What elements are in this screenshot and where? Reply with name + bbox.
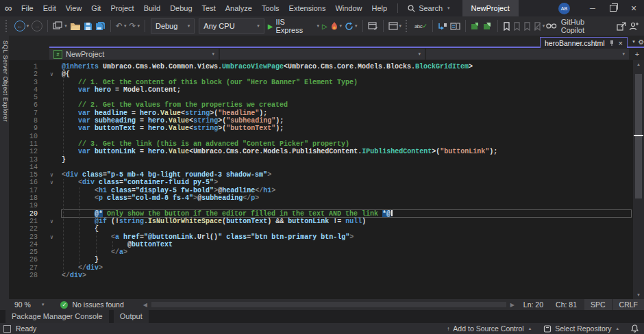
fold-chevron-icon[interactable]: ∨	[42, 179, 62, 186]
fold-chevron-icon[interactable]: ∨	[42, 70, 62, 78]
code-line[interactable]: 16∨ <div class="container-fluid py-5">	[9, 179, 633, 186]
previous-bookmark-button[interactable]	[512, 18, 522, 34]
menu-analyze[interactable]: Analyze	[221, 0, 257, 16]
code-line[interactable]: 8 var subheading = hero.Value<string>("s…	[9, 117, 633, 125]
line-number[interactable]: 13	[9, 156, 42, 164]
line-number[interactable]: 25	[9, 248, 42, 256]
menu-file[interactable]: File	[16, 0, 38, 16]
save-all-button[interactable]	[94, 18, 107, 34]
code-line[interactable]: 14	[9, 164, 633, 171]
redo-button[interactable]: ↷ ▾	[127, 18, 141, 34]
save-button[interactable]	[82, 18, 94, 34]
code-line[interactable]: 18 <p class="col-md-8 fs-4">@subheading<…	[9, 194, 633, 202]
gear-icon[interactable]: ⚙	[637, 37, 644, 47]
share-button[interactable]	[615, 18, 628, 34]
menu-help[interactable]: Help	[367, 0, 393, 16]
line-number[interactable]: 19	[9, 202, 42, 209]
fold-chevron-icon[interactable]: ∨	[42, 233, 62, 241]
code-line[interactable]: 25 </a>	[9, 248, 633, 256]
code-line[interactable]: 2∨@{	[9, 70, 633, 78]
line-number[interactable]: 16	[9, 179, 42, 186]
menu-extensions[interactable]: Extensions	[284, 0, 331, 16]
close-tab-icon[interactable]: ×	[619, 39, 623, 47]
clear-bookmarks-button[interactable]: ▾	[532, 18, 547, 34]
code-line[interactable]: 17 <h1 class="display-5 fw-bold">@headli…	[9, 187, 633, 194]
next-bookmark-button[interactable]	[522, 18, 532, 34]
menu-tools[interactable]: Tools	[257, 0, 284, 16]
hot-reload-button[interactable]: ▾	[329, 18, 344, 34]
browser-link-button[interactable]	[367, 18, 380, 34]
step-over-button[interactable]	[482, 18, 494, 34]
line-number[interactable]: 5	[9, 94, 42, 101]
start-debugging-button[interactable]: ▶ IIS Express ▾	[267, 18, 321, 34]
code-line[interactable]: 1@inherits Umbraco.Cms.Web.Common.Views.…	[9, 63, 633, 70]
code-line[interactable]: 9 var buttonText = hero.Value<string>("b…	[9, 125, 633, 132]
line-number[interactable]: 7	[9, 110, 42, 117]
minimize-button[interactable]: ─	[582, 0, 603, 16]
line-number[interactable]: 3	[9, 79, 42, 86]
line-number[interactable]: 2	[9, 70, 42, 78]
line-number[interactable]: 14	[9, 164, 42, 171]
select-repository-button[interactable]: Select Repository ▴	[543, 324, 619, 333]
line-number[interactable]: 27	[9, 264, 42, 272]
line-number[interactable]: 18	[9, 194, 42, 202]
feedback-button[interactable]	[628, 18, 640, 34]
code-line[interactable]: 28</div>	[9, 272, 633, 279]
add-to-source-control-button[interactable]: ↑ Add to Source Control ▴	[447, 324, 531, 333]
scrollbar-thumb[interactable]	[635, 74, 642, 198]
line-number[interactable]: 6	[9, 101, 42, 109]
menu-project[interactable]: Project	[106, 0, 138, 16]
horizontal-scrollbar[interactable]	[151, 300, 506, 309]
code-line[interactable]: 19	[9, 202, 633, 209]
code-line[interactable]: 7 var headline = hero.Value<string>("hea…	[9, 110, 633, 117]
code-line[interactable]: 3 // 1. Get the content of this block (o…	[9, 79, 633, 86]
code-line[interactable]: 6 // 2. Get the values from the properti…	[9, 101, 633, 109]
pin-icon[interactable]	[608, 40, 615, 47]
breadcrumb-member-dropdown[interactable]: ▾	[426, 49, 629, 60]
fold-chevron-icon[interactable]: ∨	[42, 218, 62, 225]
background-tasks-icon[interactable]	[3, 325, 11, 333]
zoom-control[interactable]: 90 % ▾	[9, 300, 49, 309]
line-number[interactable]: 21	[9, 218, 42, 225]
line-number[interactable]: 20	[9, 210, 42, 218]
breadcrumb-type-dropdown[interactable]: ▾	[220, 49, 425, 60]
line-number[interactable]: 12	[9, 148, 42, 155]
code-line[interactable]: 11 // 3. Get the link (this is an advanc…	[9, 140, 633, 148]
code-line[interactable]: 12 var buttonLink = hero.Value<Umbraco.C…	[9, 148, 633, 155]
restore-button[interactable]	[603, 0, 623, 16]
solution-configuration-select[interactable]: Debug ▾	[151, 18, 195, 34]
menu-test[interactable]: Test	[197, 0, 221, 16]
github-copilot-button[interactable]: GitHub Copilot	[546, 18, 608, 34]
code-line[interactable]: 26 }	[9, 256, 633, 264]
notifications-button[interactable]	[631, 324, 639, 333]
line-number[interactable]: 23	[9, 233, 42, 241]
code-line[interactable]: 20 @* Only show the button if the editor…	[9, 210, 633, 218]
solution-platform-select[interactable]: Any CPU ▾	[199, 18, 264, 34]
toolbar-grip[interactable]	[5, 20, 10, 32]
split-editor-button[interactable]: +	[630, 49, 644, 60]
scrollbar-thumb[interactable]	[151, 302, 506, 307]
scroll-down-icon[interactable]: ▾	[633, 291, 644, 299]
line-number[interactable]: 10	[9, 133, 42, 140]
menu-build[interactable]: Build	[139, 0, 165, 16]
line-number[interactable]: 11	[9, 140, 42, 148]
tab-package-manager-console[interactable]: Package Manager Console	[5, 310, 109, 323]
window-layout-button[interactable]: ▾	[387, 18, 404, 34]
scroll-right-icon[interactable]: ▶	[508, 302, 517, 308]
menu-edit[interactable]: Edit	[38, 0, 61, 16]
line-number[interactable]: 4	[9, 86, 42, 94]
spaces-indicator[interactable]: SPC	[584, 299, 612, 310]
vertical-scrollbar[interactable]: ▴ ▾	[633, 60, 644, 299]
menu-view[interactable]: View	[61, 0, 87, 16]
navigate-backward-button[interactable]: ← ▾	[13, 18, 31, 34]
code-line[interactable]: 23∨ <a href="@buttonLink.Url()" class="b…	[9, 233, 633, 241]
line-number[interactable]: 17	[9, 187, 42, 194]
navigate-button[interactable]	[436, 18, 449, 34]
line-ending-indicator[interactable]: CRLF	[613, 299, 644, 310]
open-file-button[interactable]	[69, 18, 82, 34]
restart-application-button[interactable]: ▾	[343, 18, 359, 34]
code-line[interactable]: 4 var hero = Model.Content;	[9, 86, 633, 94]
navigate-forward-button[interactable]: →	[30, 18, 44, 34]
line-number[interactable]: 24	[9, 241, 42, 248]
line-number[interactable]: 28	[9, 272, 42, 279]
